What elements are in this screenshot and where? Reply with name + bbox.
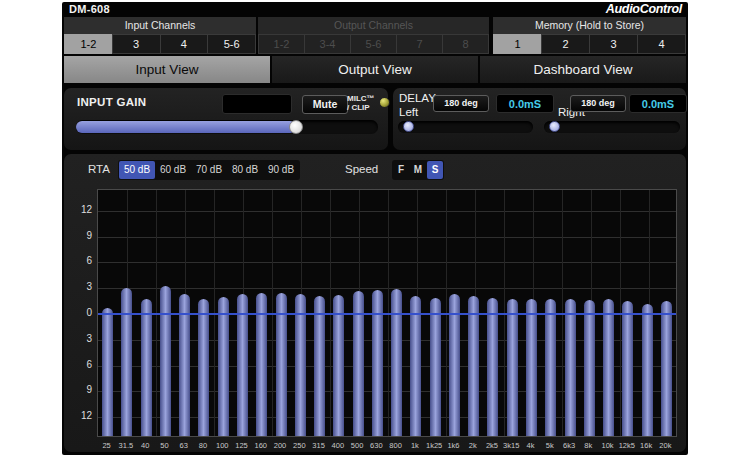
channel-button-4[interactable]: 4 bbox=[637, 34, 686, 54]
y-tick-label: 3 bbox=[66, 282, 92, 292]
x-tick-label: 80 bbox=[199, 441, 207, 450]
output-channels-buttons: 1-23-45-678 bbox=[258, 34, 489, 54]
rta-bar-12k5 bbox=[622, 301, 633, 436]
x-tick-label: 160 bbox=[255, 441, 268, 450]
x-tick-label: 25 bbox=[102, 441, 110, 450]
rta-range-button-80-dB[interactable]: 80 dB bbox=[227, 161, 263, 179]
rta-bar-2k5 bbox=[487, 298, 498, 436]
delay-right-slider-thumb[interactable] bbox=[549, 121, 560, 132]
rta-range-button-60-dB[interactable]: 60 dB bbox=[155, 161, 191, 179]
channel-button-3-4: 3-4 bbox=[304, 34, 351, 54]
delay-left-label: Left bbox=[399, 106, 418, 118]
rta-range-button-50-dB[interactable]: 50 dB bbox=[119, 161, 155, 179]
rta-bar-20k bbox=[661, 301, 672, 436]
tab-dashboard-view[interactable]: Dashboard View bbox=[480, 56, 686, 83]
x-tick-label: 100 bbox=[216, 441, 229, 450]
rta-bar-25 bbox=[102, 308, 113, 436]
milc-clip-line2: / CLIP bbox=[347, 103, 375, 112]
delay-left-slider-thumb[interactable] bbox=[403, 121, 414, 132]
input-channels-header: Input Channels bbox=[64, 17, 256, 34]
channel-button-1-2: 1-2 bbox=[258, 34, 305, 54]
rta-panel: RTA 50 dB60 dB70 dB80 dB90 dB Speed FMS … bbox=[64, 154, 686, 452]
title-bar: DM-608 AudioControl bbox=[62, 2, 688, 17]
rta-bar-1k6 bbox=[449, 294, 460, 436]
y-tick-label: 9 bbox=[66, 385, 92, 395]
zero-db-line bbox=[98, 313, 676, 315]
rta-speed-label: Speed bbox=[345, 163, 378, 175]
delay-right-phase-button[interactable]: 180 deg bbox=[570, 95, 626, 112]
milc-clip-line1: MILC™ bbox=[347, 94, 375, 103]
input-gain-slider-thumb[interactable] bbox=[289, 120, 303, 134]
x-tick-label: 630 bbox=[370, 441, 383, 450]
x-tick-label: 20k bbox=[659, 441, 671, 450]
rta-speed-button-F[interactable]: F bbox=[393, 161, 409, 179]
x-tick-label: 200 bbox=[274, 441, 287, 450]
delay-left-phase-button[interactable]: 180 deg bbox=[433, 95, 489, 112]
rta-bar-80 bbox=[198, 299, 209, 436]
channel-button-8: 8 bbox=[442, 34, 489, 54]
input-gain-label: INPUT GAIN bbox=[77, 96, 146, 108]
rta-bar-3k15 bbox=[507, 299, 518, 436]
rta-bar-5k bbox=[545, 299, 556, 436]
delay-right-value: 0.0mS bbox=[629, 94, 687, 113]
rta-bar-1k bbox=[410, 296, 421, 436]
x-tick-label: 125 bbox=[235, 441, 248, 450]
rta-label: RTA bbox=[88, 163, 110, 175]
rta-speed-button-M[interactable]: M bbox=[410, 161, 426, 179]
y-tick-label: 6 bbox=[66, 360, 92, 370]
output-channels-header: Output Channels bbox=[258, 17, 489, 34]
rta-bar-2k bbox=[468, 296, 479, 436]
input-gain-panel: INPUT GAIN Mute MILC™ / CLIP bbox=[64, 88, 388, 150]
delay-left-slider[interactable] bbox=[398, 121, 533, 133]
rta-speed-buttons: FMS bbox=[392, 160, 444, 180]
x-tick-label: 4k bbox=[527, 441, 535, 450]
channel-button-2[interactable]: 2 bbox=[541, 34, 590, 54]
rta-range-button-70-dB[interactable]: 70 dB bbox=[191, 161, 227, 179]
channel-button-1-2[interactable]: 1-2 bbox=[64, 34, 113, 54]
x-tick-label: 250 bbox=[293, 441, 306, 450]
tab-input-view[interactable]: Input View bbox=[64, 56, 270, 83]
rta-range-button-90-dB[interactable]: 90 dB bbox=[263, 161, 299, 179]
input-channels-buttons: 1-2345-6 bbox=[64, 34, 256, 54]
app-window: DM-608 AudioControl Input Channels 1-234… bbox=[62, 2, 688, 455]
rta-bar-100 bbox=[218, 297, 229, 436]
x-tick-label: 63 bbox=[180, 441, 188, 450]
x-tick-label: 2k5 bbox=[486, 441, 498, 450]
channel-button-5-6[interactable]: 5-6 bbox=[207, 34, 256, 54]
rta-bar-40 bbox=[141, 299, 152, 436]
y-tick-label: 0 bbox=[66, 308, 92, 318]
rta-bar-50 bbox=[160, 286, 171, 436]
milc-clip-label: MILC™ / CLIP bbox=[347, 94, 375, 112]
rta-bar-8k bbox=[584, 300, 595, 436]
x-tick-label: 400 bbox=[332, 441, 345, 450]
x-tick-label: 2k bbox=[469, 441, 477, 450]
channel-button-1[interactable]: 1 bbox=[493, 34, 542, 54]
rta-bar-250 bbox=[295, 294, 306, 436]
x-tick-label: 315 bbox=[312, 441, 325, 450]
input-gain-slider[interactable] bbox=[76, 120, 378, 134]
rta-bar-125 bbox=[237, 294, 248, 436]
x-tick-label: 5k bbox=[546, 441, 554, 450]
x-tick-label: 800 bbox=[389, 441, 402, 450]
mute-button[interactable]: Mute bbox=[302, 95, 348, 114]
channel-button-4[interactable]: 4 bbox=[160, 34, 209, 54]
y-tick-label: 9 bbox=[66, 231, 92, 241]
x-tick-label: 10k bbox=[602, 441, 614, 450]
delay-label: DELAY bbox=[399, 92, 436, 104]
delay-right-slider[interactable] bbox=[544, 121, 680, 133]
delay-panel: DELAY Left 180 deg 0.0mS Right 180 deg 0… bbox=[393, 88, 686, 150]
output-channels-group: Output Channels 1-23-45-678 bbox=[258, 17, 489, 54]
rta-bar-63 bbox=[179, 294, 190, 436]
input-gain-slider-fill bbox=[76, 121, 296, 133]
rta-speed-button-S[interactable]: S bbox=[427, 161, 443, 179]
channel-button-3[interactable]: 3 bbox=[112, 34, 161, 54]
tab-output-view[interactable]: Output View bbox=[272, 56, 478, 83]
milc-clip-led-icon bbox=[379, 97, 390, 108]
channel-button-3[interactable]: 3 bbox=[589, 34, 638, 54]
y-tick-label: 3 bbox=[66, 334, 92, 344]
rta-bar-10k bbox=[603, 299, 614, 436]
memory-buttons: 1234 bbox=[493, 34, 686, 54]
memory-header: Memory (Hold to Store) bbox=[493, 17, 686, 34]
rta-bar-31.5 bbox=[121, 288, 132, 436]
rta-bar-4k bbox=[526, 299, 537, 436]
